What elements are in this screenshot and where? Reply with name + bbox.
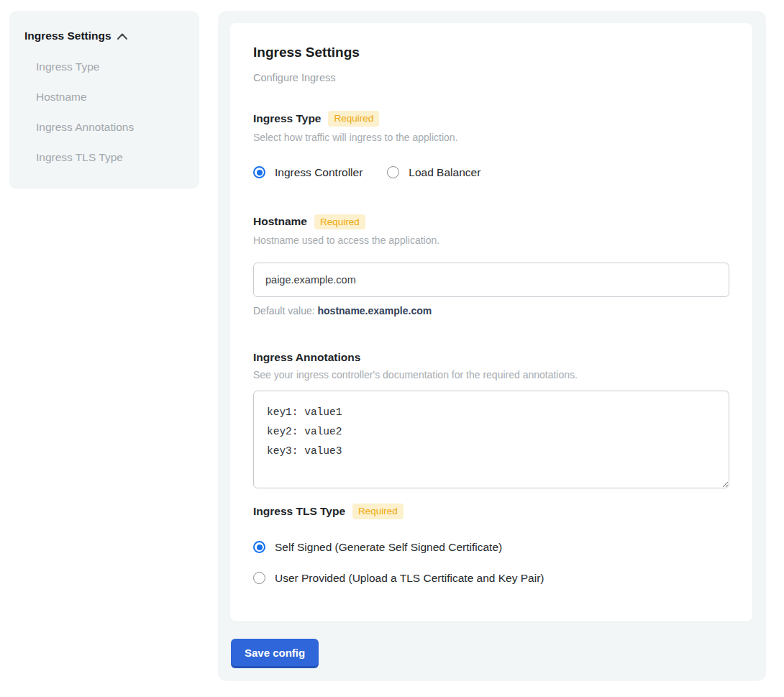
page-title: Ingress Settings bbox=[253, 45, 729, 60]
hostname-label: Hostname bbox=[253, 215, 307, 228]
radio-ingress-controller-label: Ingress Controller bbox=[275, 166, 363, 179]
default-value-text: hostname.example.com bbox=[318, 305, 432, 316]
hostname-description: Hostname used to access the application. bbox=[253, 234, 729, 246]
ingress-type-label: Ingress Type bbox=[253, 112, 321, 125]
required-badge: Required bbox=[314, 214, 365, 230]
settings-sidebar: Ingress Settings Ingress Type Hostname I… bbox=[9, 11, 199, 189]
default-value-prefix: Default value: bbox=[253, 305, 318, 316]
radio-ingress-controller[interactable]: Ingress Controller bbox=[253, 166, 363, 179]
sidebar-item-list: Ingress Type Hostname Ingress Annotation… bbox=[24, 61, 185, 163]
ingress-type-radio-group: Ingress Controller Load Balancer bbox=[253, 166, 729, 179]
radio-self-signed[interactable]: Self Signed (Generate Self Signed Certif… bbox=[253, 541, 729, 554]
ingress-settings-card: Ingress Settings Configure Ingress Ingre… bbox=[230, 23, 752, 621]
tls-type-section: Ingress TLS Type Required Self Signed (G… bbox=[253, 504, 729, 585]
save-config-button[interactable]: Save config bbox=[231, 639, 319, 666]
radio-self-signed-label: Self Signed (Generate Self Signed Certif… bbox=[275, 541, 502, 554]
tls-type-radio-group: Self Signed (Generate Self Signed Certif… bbox=[253, 541, 729, 585]
sidebar-section-toggle[interactable]: Ingress Settings bbox=[24, 29, 185, 42]
tls-type-label: Ingress TLS Type bbox=[253, 505, 345, 518]
settings-panel: Ingress Settings Configure Ingress Ingre… bbox=[218, 11, 766, 681]
radio-ingress-controller-icon[interactable] bbox=[253, 166, 265, 178]
ingress-type-description: Select how traffic will ingress to the a… bbox=[253, 132, 729, 143]
required-badge: Required bbox=[352, 504, 404, 519]
hostname-default-value: Default value: hostname.example.com bbox=[253, 305, 729, 316]
chevron-up-icon bbox=[117, 33, 127, 40]
ingress-type-section: Ingress Type Required Select how traffic… bbox=[253, 111, 729, 179]
radio-load-balancer[interactable]: Load Balancer bbox=[387, 166, 480, 179]
sidebar-item-ingress-type[interactable]: Ingress Type bbox=[36, 61, 185, 73]
radio-load-balancer-icon[interactable] bbox=[387, 166, 399, 178]
sidebar-item-ingress-annotations[interactable]: Ingress Annotations bbox=[36, 122, 185, 133]
required-badge: Required bbox=[328, 111, 379, 127]
sidebar-item-hostname[interactable]: Hostname bbox=[36, 91, 185, 103]
radio-user-provided-icon[interactable] bbox=[253, 572, 265, 584]
annotations-description: See your ingress controller's documentat… bbox=[253, 369, 729, 381]
radio-load-balancer-label: Load Balancer bbox=[409, 166, 480, 179]
annotations-section: Ingress Annotations See your ingress con… bbox=[253, 351, 729, 488]
radio-self-signed-icon[interactable] bbox=[253, 541, 265, 553]
hostname-input[interactable] bbox=[253, 263, 729, 297]
annotations-textarea[interactable]: key1: value1 key2: value2 key3: value3 bbox=[253, 391, 729, 488]
annotations-label: Ingress Annotations bbox=[253, 351, 360, 364]
radio-user-provided-label: User Provided (Upload a TLS Certificate … bbox=[275, 572, 544, 585]
hostname-section: Hostname Required Hostname used to acces… bbox=[253, 214, 729, 317]
radio-user-provided[interactable]: User Provided (Upload a TLS Certificate … bbox=[253, 572, 729, 585]
sidebar-item-ingress-tls-type[interactable]: Ingress TLS Type bbox=[36, 152, 185, 163]
sidebar-section-title: Ingress Settings bbox=[24, 29, 111, 42]
page-subtitle: Configure Ingress bbox=[253, 72, 729, 83]
